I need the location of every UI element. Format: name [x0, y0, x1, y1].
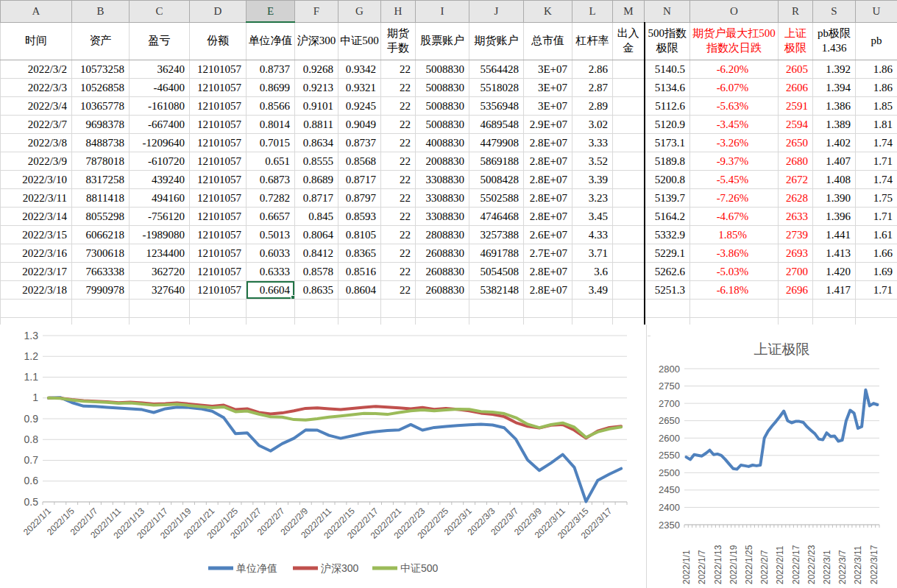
field-header-L[interactable]: 杠杆率 [572, 22, 613, 60]
cell[interactable]: 10573258 [72, 60, 130, 79]
cell[interactable]: -5.45% [690, 171, 779, 189]
cell[interactable]: -4.67% [690, 208, 779, 226]
cell[interactable] [690, 300, 779, 318]
cell[interactable]: 12101057 [190, 152, 247, 171]
cell[interactable]: 0.9245 [338, 97, 381, 116]
cell[interactable]: 0.5013 [247, 226, 295, 244]
field-header-D[interactable]: 份额 [190, 22, 247, 60]
cell[interactable]: 2.87 [572, 79, 613, 97]
cell[interactable]: 12101057 [190, 134, 247, 152]
cell[interactable]: 1.407 [813, 152, 856, 171]
cell[interactable]: 2594 [779, 116, 813, 134]
selected-cell[interactable]: 0.6604 [247, 281, 295, 300]
cell[interactable]: 22 [381, 226, 416, 244]
column-header-G[interactable]: G [338, 1, 381, 23]
cell[interactable]: 0.6657 [247, 208, 295, 226]
cell[interactable]: -1989080 [130, 226, 190, 244]
cell[interactable]: 0.9213 [295, 79, 338, 97]
cell[interactable]: 7663338 [72, 263, 130, 281]
cell[interactable]: 1234400 [130, 244, 190, 263]
cell[interactable]: 2022/3/3 [1, 79, 72, 97]
cell[interactable]: 3308830 [416, 171, 469, 189]
cell[interactable]: 0.8105 [338, 226, 381, 244]
cell[interactable]: 2693 [779, 244, 813, 263]
cell[interactable]: 12101057 [190, 60, 247, 79]
column-header-M[interactable]: M [613, 1, 645, 23]
cell[interactable]: 2.8E+07 [524, 208, 572, 226]
cell[interactable]: 4746468 [469, 208, 524, 226]
cell[interactable] [645, 300, 690, 318]
cell[interactable]: 2605 [779, 60, 813, 79]
cell[interactable]: 0.8412 [295, 244, 338, 263]
cell[interactable]: 0.8593 [338, 208, 381, 226]
field-header-F[interactable]: 沪深300 [295, 22, 338, 60]
cell[interactable]: 22 [381, 97, 416, 116]
cell[interactable]: 0.8797 [338, 189, 381, 208]
cell[interactable]: 0.8604 [338, 281, 381, 300]
cell[interactable]: -3.45% [690, 116, 779, 134]
cell[interactable]: 2022/3/9 [1, 152, 72, 171]
cell[interactable]: 2672 [779, 171, 813, 189]
cell[interactable]: 2.8E+07 [524, 281, 572, 300]
cell[interactable]: 3.39 [572, 171, 613, 189]
cell[interactable]: 0.8634 [295, 134, 338, 152]
cell[interactable]: 2022/3/15 [1, 226, 72, 244]
cell[interactable]: 7300618 [72, 244, 130, 263]
cell[interactable]: 10526858 [72, 79, 130, 97]
cell[interactable]: 0.9342 [338, 60, 381, 79]
cell[interactable]: 8055298 [72, 208, 130, 226]
cell[interactable]: 1.86 [856, 79, 897, 97]
cell[interactable]: -7.26% [690, 189, 779, 208]
cell[interactable]: 2628 [779, 189, 813, 208]
cell[interactable]: 0.9101 [295, 97, 338, 116]
cell[interactable]: 22 [381, 60, 416, 79]
column-header-E[interactable]: E [247, 1, 295, 23]
cell[interactable]: 1.71 [856, 208, 897, 226]
cell[interactable]: 5869188 [469, 152, 524, 171]
cell[interactable]: 4008830 [416, 134, 469, 152]
cell[interactable]: 5564428 [469, 60, 524, 79]
cell[interactable]: 0.651 [247, 152, 295, 171]
cell[interactable]: 0.8699 [247, 79, 295, 97]
cell[interactable]: 22 [381, 116, 416, 134]
column-header-U[interactable]: U [856, 1, 897, 23]
cell[interactable]: 0.8566 [247, 97, 295, 116]
cell[interactable]: 5382148 [469, 281, 524, 300]
cell[interactable] [295, 300, 338, 318]
cell[interactable]: 4691788 [469, 244, 524, 263]
cell[interactable]: 5502588 [469, 189, 524, 208]
cell[interactable]: 1.413 [813, 244, 856, 263]
cell[interactable]: 5251.3 [645, 281, 690, 300]
cell[interactable]: 2022/3/18 [1, 281, 72, 300]
cell[interactable]: 1.417 [813, 281, 856, 300]
column-header-F[interactable]: F [295, 1, 338, 23]
cell[interactable]: 5112.6 [645, 97, 690, 116]
cell[interactable] [190, 300, 247, 318]
cell[interactable]: 1.441 [813, 226, 856, 244]
cell[interactable] [338, 300, 381, 318]
cell[interactable]: 12101057 [190, 97, 247, 116]
cell[interactable]: 0.8737 [247, 60, 295, 79]
cell[interactable]: 1.66 [856, 244, 897, 263]
cell[interactable]: -3.26% [690, 134, 779, 152]
cell[interactable]: 2.7E+07 [524, 244, 572, 263]
column-header-O[interactable]: O [690, 1, 779, 23]
cell[interactable]: 2591 [779, 97, 813, 116]
cell[interactable]: 2.86 [572, 60, 613, 79]
cell[interactable]: 1.61 [856, 226, 897, 244]
cell[interactable]: 0.8555 [295, 152, 338, 171]
cell[interactable] [130, 300, 190, 318]
column-header-C[interactable]: C [130, 1, 190, 23]
cell[interactable]: 2022/3/4 [1, 97, 72, 116]
cell[interactable]: 10365778 [72, 97, 130, 116]
column-header-I[interactable]: I [416, 1, 469, 23]
cell[interactable] [613, 152, 645, 171]
cell[interactable] [613, 60, 645, 79]
field-header-S[interactable]: pb极限 1.436 [813, 22, 856, 60]
column-header-S[interactable]: S [813, 1, 856, 23]
cell[interactable]: 2608830 [416, 281, 469, 300]
cell[interactable] [381, 300, 416, 318]
cell[interactable]: -161080 [130, 97, 190, 116]
cell[interactable]: 3.49 [572, 281, 613, 300]
cell[interactable]: 2608830 [416, 263, 469, 281]
